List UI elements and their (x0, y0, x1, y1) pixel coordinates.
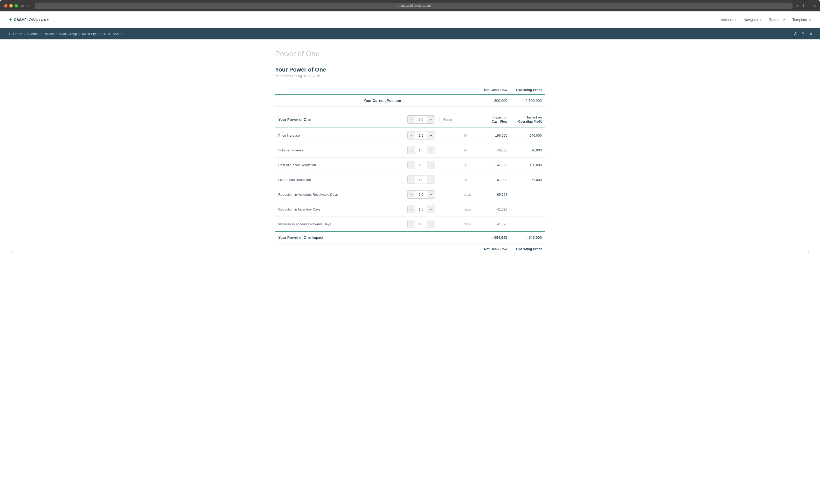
increment-button-5[interactable]: + (427, 205, 435, 213)
section-subtitle: 12 months ending 31-12-2019 (275, 74, 545, 78)
close-button[interactable] (4, 4, 8, 8)
row-controls-3: - + (404, 172, 462, 187)
current-position-row: Your Current Position 300,000 2,300,000 (275, 95, 545, 107)
poo-header-label: Your Power of One (275, 112, 404, 128)
new-tab-icon[interactable]: + (808, 4, 810, 8)
current-position-ncf: 300,000 (476, 95, 511, 107)
value-input-0[interactable] (415, 131, 427, 139)
maximize-button[interactable] (15, 4, 18, 8)
nav-arrow-left[interactable]: ‹ (10, 248, 12, 256)
export-icon[interactable]: ⇥ (808, 31, 812, 36)
address-bar[interactable]: 🛡 mycashflowstory.com (35, 3, 792, 9)
poo-decrement-button[interactable]: - (408, 116, 415, 123)
increment-button-3[interactable]: + (427, 176, 435, 184)
impact-ncf-header: Impact onCash Flow (476, 112, 511, 128)
decrement-button-4[interactable]: - (408, 191, 415, 198)
row-controls-2: - + (404, 158, 462, 172)
unit-6: days (462, 217, 476, 232)
decrement-button-3[interactable]: - (408, 176, 415, 184)
arrow-up-op: ↑ (526, 235, 528, 240)
row-controls-6: - + (404, 217, 462, 232)
poo-reset-button[interactable]: Reset (440, 116, 456, 123)
poo-increment-button[interactable]: + (427, 116, 435, 123)
value-input-6[interactable] (415, 220, 427, 228)
back-icon[interactable]: ‹ (27, 4, 28, 8)
url-text: mycashflowstory.com (401, 4, 431, 8)
increment-button-4[interactable]: + (427, 191, 435, 198)
decrement-button-0[interactable]: - (408, 131, 415, 139)
nav-item-template[interactable]: Template ✔ (792, 18, 812, 22)
increment-button-6[interactable]: + (427, 220, 435, 228)
help-icon[interactable]: ? (802, 31, 804, 36)
impact-ncf-value: 594,945 (494, 235, 508, 240)
value-input-4[interactable] (415, 191, 427, 198)
decrement-button-6[interactable]: - (408, 220, 415, 228)
breadcrumb-milok-group[interactable]: Milok Group (59, 32, 77, 36)
tabs-icon[interactable]: ⧉ (813, 4, 816, 8)
col-controls-header (404, 85, 462, 95)
nav-arrow-right[interactable]: › (808, 248, 810, 256)
table-row: Overheads Reduction - + % 67,00 (275, 172, 545, 187)
table-row: Reduction in Inventory Days - + days (275, 202, 545, 217)
top-nav: ✈ CASHFLOWSTORY Actions ✔ Navigate ✔ Rep… (0, 11, 820, 28)
row-controls-0: - + (404, 128, 462, 143)
breadcrumb-current[interactable]: Milok Pty Ltd 2019 - Annual (82, 32, 123, 36)
impact-op-6 (510, 217, 545, 232)
impact-op-2: 150,000 (510, 158, 545, 172)
browser-action-buttons: ⟳ ⬆ + ⧉ (796, 4, 816, 8)
nav-item-reports[interactable]: Reports ✔ (769, 18, 786, 22)
col-label-header (275, 85, 404, 95)
forward-icon[interactable]: › (31, 4, 32, 8)
increment-button-1[interactable]: + (427, 146, 435, 154)
impact-op-1: 90,000 (510, 143, 545, 158)
impact-ncf-4: 65,753 (476, 187, 511, 202)
decrement-button-1[interactable]: - (408, 146, 415, 154)
value-input-3[interactable] (415, 176, 427, 184)
app-window: ✈ CASHFLOWSTORY Actions ✔ Navigate ✔ Rep… (0, 11, 820, 504)
decrement-button-5[interactable]: - (408, 205, 415, 213)
poo-value-input[interactable] (415, 116, 427, 123)
breadcrumb-home[interactable]: Home (13, 32, 22, 36)
row-controls-4: - + (404, 187, 462, 202)
table-row: Reduction in Accounts Receivable Days - … (275, 187, 545, 202)
poo-stepper-group: - + (407, 115, 435, 124)
navigate-check-icon: ✔ (759, 18, 762, 22)
breadcrumb-entities[interactable]: Entities (43, 32, 54, 36)
impact-op-3: 67,000 (510, 172, 545, 187)
share-icon[interactable]: ⬆ (802, 4, 805, 8)
print-icon[interactable]: 🖨 (794, 31, 798, 36)
table-row: Volume Increase - + % 43,000 (275, 143, 545, 158)
impact-ncf-2: 147,000 (476, 158, 511, 172)
increment-button-2[interactable]: + (427, 161, 435, 169)
nav-item-navigate[interactable]: Navigate ✔ (743, 18, 762, 22)
increment-button-0[interactable]: + (427, 131, 435, 139)
template-check-icon: ✔ (809, 18, 812, 22)
impact-total-ncf: ↑ 594,945 (476, 232, 511, 243)
row-label-4: Reduction in Accounts Receivable Days (275, 187, 404, 202)
security-icon: 🛡 (397, 4, 400, 8)
bottom-ncf-header: Net Cash Flow (476, 243, 511, 255)
current-position-op: 2,300,000 (510, 95, 545, 107)
minimize-button[interactable] (9, 4, 13, 8)
value-input-1[interactable] (415, 146, 427, 154)
breadcrumb-clients[interactable]: Clients (27, 32, 38, 36)
impact-total-row: Your Power of One Impact ↑ 594,945 ↑ 547… (275, 232, 545, 243)
unit-2: % (462, 158, 476, 172)
row-label-0: Price Increase (275, 128, 404, 143)
current-position-label: Your Current Position (275, 95, 404, 107)
value-input-2[interactable] (415, 161, 427, 169)
decrement-button-2[interactable]: - (408, 161, 415, 169)
section-title: Your Power of One (275, 66, 545, 73)
impact-op-5 (510, 202, 545, 217)
traffic-lights (4, 4, 18, 8)
poo-header-row: Your Power of One - + Reset (275, 112, 545, 128)
value-input-5[interactable] (415, 205, 427, 213)
stepper-group-0: - + (407, 131, 435, 139)
unit-5: days (462, 202, 476, 217)
sidebar-toggle-icon[interactable]: ⊞ (21, 4, 24, 8)
nav-reports-label: Reports (769, 18, 781, 22)
impact-total-op: ↑ 547,000 (510, 232, 545, 243)
refresh-icon[interactable]: ⟳ (796, 4, 799, 8)
impact-ncf-1: 43,000 (476, 143, 511, 158)
nav-item-actions[interactable]: Actions ✔ (721, 18, 737, 22)
